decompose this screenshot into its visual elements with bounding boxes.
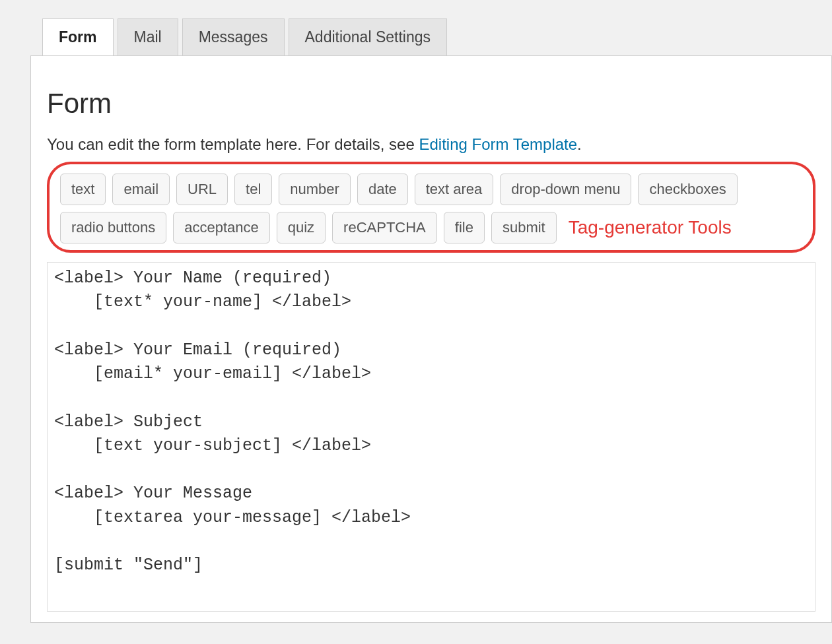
tab-form[interactable]: Form — [42, 18, 114, 56]
panel-heading: Form — [47, 88, 815, 119]
panel-description: You can edit the form template here. For… — [47, 135, 815, 154]
tab-additional-settings[interactable]: Additional Settings — [289, 18, 448, 56]
tabs: Form Mail Messages Additional Settings — [0, 0, 832, 56]
tag-btn-recaptcha[interactable]: reCAPTCHA — [332, 212, 437, 243]
panel-description-suffix: . — [577, 135, 582, 153]
form-template-editor[interactable]: <label> Your Name (required) [text* your… — [47, 262, 815, 612]
tag-generator-callout: text email URL tel number date text area… — [47, 162, 815, 253]
tag-btn-textarea[interactable]: text area — [415, 174, 494, 205]
tag-btn-dropdown[interactable]: drop-down menu — [500, 174, 631, 205]
tag-btn-submit[interactable]: submit — [491, 212, 557, 243]
panel-form: Form You can edit the form template here… — [30, 55, 832, 623]
tag-btn-radio[interactable]: radio buttons — [60, 212, 166, 243]
tab-mail[interactable]: Mail — [118, 18, 178, 56]
tag-btn-acceptance[interactable]: acceptance — [173, 212, 270, 243]
tag-btn-checkboxes[interactable]: checkboxes — [638, 174, 737, 205]
tag-btn-tel[interactable]: tel — [234, 174, 272, 205]
tag-btn-quiz[interactable]: quiz — [277, 212, 326, 243]
tag-generator-buttons: text email URL tel number date text area… — [60, 174, 802, 243]
tag-btn-file[interactable]: file — [444, 212, 485, 243]
tab-messages[interactable]: Messages — [182, 18, 285, 56]
tag-btn-number[interactable]: number — [279, 174, 351, 205]
tag-btn-text[interactable]: text — [60, 174, 106, 205]
tag-btn-url[interactable]: URL — [176, 174, 228, 205]
page-root: Form Mail Messages Additional Settings F… — [0, 0, 832, 644]
panel-description-prefix: You can edit the form template here. For… — [47, 135, 419, 153]
editing-form-template-link[interactable]: Editing Form Template — [419, 135, 577, 153]
tag-btn-email[interactable]: email — [112, 174, 170, 205]
tag-btn-date[interactable]: date — [357, 174, 408, 205]
tag-generator-annotation: Tag-generator Tools — [569, 217, 732, 238]
